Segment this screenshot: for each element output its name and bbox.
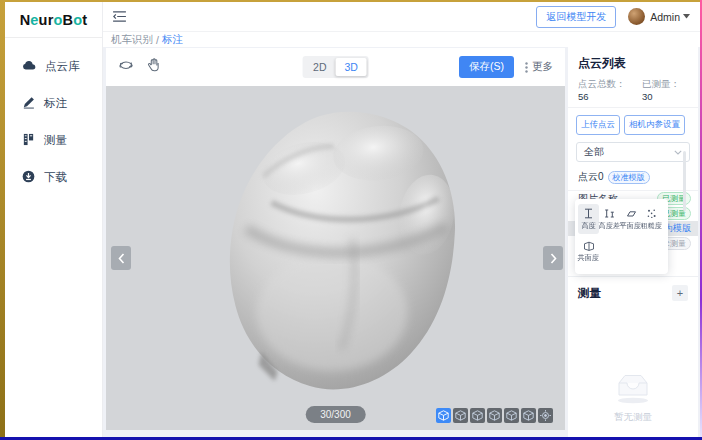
pointcloud-canvas[interactable]: 30/300	[106, 86, 565, 430]
save-button[interactable]: 保存(S)	[459, 56, 514, 78]
sidebar-item-download[interactable]: 下载	[5, 159, 102, 196]
cube-icon	[455, 410, 466, 421]
height-tool-icon	[583, 208, 594, 219]
panel-scrollbar[interactable]	[683, 151, 686, 211]
tool-label: 粗糙度	[641, 221, 662, 231]
logo-part: ur	[39, 12, 54, 28]
filter-value: 全部	[584, 145, 604, 159]
measured-value: 30	[642, 91, 653, 102]
cloud-icon	[22, 60, 36, 73]
viewer-card: 2D 3D 保存(S) 更多	[106, 48, 565, 430]
roughness-tool-icon	[646, 208, 657, 219]
tooth-3d-model[interactable]	[201, 106, 463, 398]
height-diff-tool-icon	[604, 208, 615, 219]
rotate-3d-icon[interactable]	[118, 58, 134, 76]
target-icon	[540, 410, 551, 421]
tool-height-difference[interactable]: 高度差	[599, 204, 620, 234]
sidebar-item-label: 点云库	[45, 59, 80, 74]
download-icon	[22, 170, 35, 185]
user-name: Admin	[650, 11, 680, 23]
cube-icon	[472, 410, 483, 421]
view-cube-button-6[interactable]	[521, 408, 536, 423]
logo-part: B	[63, 12, 74, 28]
template-badge: 校准模版	[608, 171, 650, 184]
chevron-down-icon	[674, 150, 682, 155]
top-bar: 返回模型开发 Admin	[103, 2, 700, 32]
mode-3d-button[interactable]: 3D	[336, 58, 367, 76]
flatness-tool-icon	[625, 208, 637, 219]
reset-view-button[interactable]	[538, 408, 553, 423]
tool-height[interactable]: 高度	[578, 204, 599, 234]
tool-label: 共面度	[578, 253, 599, 263]
pen-icon	[22, 96, 35, 111]
user-menu[interactable]: Admin	[650, 11, 690, 23]
window-border-left	[0, 0, 5, 440]
sidebar: NeuroBot 点云库 标注 测量 下载	[5, 2, 103, 437]
mode-2d-button[interactable]: 2D	[304, 58, 335, 76]
upload-pointcloud-button[interactable]: 上传点云	[576, 115, 620, 135]
view-cube-button-4[interactable]	[487, 408, 502, 423]
logo-part: N	[20, 12, 31, 28]
window-border-top	[0, 0, 702, 2]
add-measurement-button[interactable]: +	[672, 285, 688, 301]
view-cube-button-3[interactable]	[470, 408, 485, 423]
breadcrumb-parent[interactable]: 机车识别	[111, 33, 153, 47]
more-label: 更多	[532, 60, 553, 74]
cloud-name: 点云0	[578, 170, 604, 184]
breadcrumb: 机车识别 / 标注	[103, 32, 700, 47]
view-orientation-buttons	[436, 408, 553, 423]
measured-label: 已测量：	[642, 78, 680, 89]
logo-part: t	[82, 12, 87, 28]
viewer-tools-left	[118, 58, 160, 76]
tool-label: 高度差	[599, 221, 620, 231]
pointcloud-list-panel: 点云列表 点云总数：56 已测量：30 上传点云 相机内参设置 全部 点云0 校…	[568, 47, 698, 437]
avatar[interactable]	[628, 8, 645, 25]
cloud-group-row[interactable]: 点云0 校准模版	[568, 169, 698, 191]
view-cube-button-5[interactable]	[504, 408, 519, 423]
sidebar-item-label: 标注	[44, 96, 67, 111]
cube-icon	[523, 410, 534, 421]
panel-stats: 点云总数：56 已测量：30	[578, 78, 688, 102]
image-counter: 30/300	[305, 406, 366, 423]
sidebar-item-pointcloud-library[interactable]: 点云库	[5, 48, 102, 85]
view-cube-button-2[interactable]	[453, 408, 468, 423]
pan-hand-icon[interactable]	[147, 58, 160, 76]
logo-part: o	[54, 12, 63, 28]
empty-state-text: 暂无测量	[568, 411, 698, 424]
tool-coplanarity[interactable]: 共面度	[578, 236, 599, 266]
vertical-dots-icon	[525, 62, 528, 73]
measurement-section-header: 测量 +	[568, 276, 698, 301]
empty-box-icon	[611, 372, 655, 404]
measurement-title: 测量	[578, 286, 601, 301]
sidebar-item-annotate[interactable]: 标注	[5, 85, 102, 122]
measure-tools-popover: 高度 高度差 平面度 粗糙度 共面度	[575, 199, 668, 274]
sidebar-item-measure[interactable]: 测量	[5, 122, 102, 159]
tool-roughness[interactable]: 粗糙度	[641, 204, 662, 234]
previous-image-button[interactable]	[111, 246, 131, 270]
logo-part: o	[73, 12, 82, 28]
more-button[interactable]: 更多	[525, 60, 553, 74]
panel-actions: 上传点云 相机内参设置	[568, 108, 698, 139]
total-label: 点云总数：	[578, 78, 626, 89]
filter-select[interactable]: 全部	[576, 142, 690, 162]
cube-icon	[506, 410, 517, 421]
sidebar-item-label: 测量	[44, 133, 67, 148]
panel-header: 点云列表 点云总数：56 已测量：30	[568, 47, 698, 107]
total-value: 56	[578, 91, 589, 102]
empty-state: 暂无测量	[568, 372, 698, 424]
app-window: NeuroBot 点云库 标注 测量 下载 返回模型开发	[0, 0, 702, 440]
camera-intrinsics-button[interactable]: 相机内参设置	[624, 115, 685, 135]
back-to-model-dev-button[interactable]: 返回模型开发	[536, 6, 616, 28]
dimension-toggle: 2D 3D	[302, 56, 369, 78]
next-image-button[interactable]	[543, 246, 563, 270]
cube-icon	[438, 410, 449, 421]
tool-flatness[interactable]: 平面度	[620, 204, 641, 234]
chevron-down-icon	[683, 14, 690, 19]
view-cube-button-1[interactable]	[436, 408, 451, 423]
collapse-menu-icon[interactable]	[113, 8, 126, 26]
viewer-tools-right: 保存(S) 更多	[459, 56, 553, 78]
tool-label: 平面度	[620, 221, 641, 231]
tool-label: 高度	[581, 221, 595, 231]
caliper-icon	[22, 133, 35, 148]
app-logo: NeuroBot	[5, 2, 102, 38]
